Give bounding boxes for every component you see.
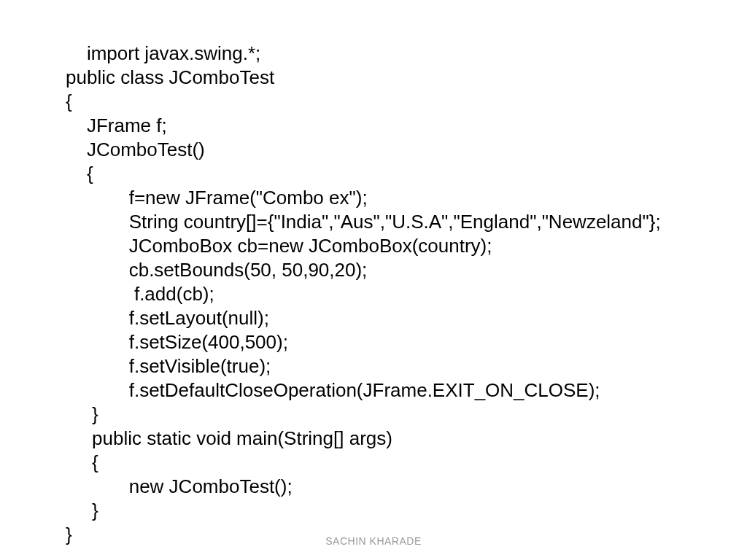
code-line: import javax.swing.*; <box>87 42 260 64</box>
code-line: f.setSize(400,500); <box>66 331 288 353</box>
code-line: { <box>66 163 93 184</box>
code-line: { <box>66 451 98 473</box>
code-line: f.setVisible(true); <box>66 355 271 377</box>
code-line: f.setLayout(null); <box>66 307 269 329</box>
code-line: public static void main(String[] args) <box>66 427 392 449</box>
code-line: public class JComboTest <box>66 66 274 88</box>
code-block: import javax.swing.*; public class JComb… <box>66 18 681 560</box>
code-line: new JComboTest(); <box>66 475 293 497</box>
code-line: f=new JFrame("Combo ex"); <box>66 187 368 209</box>
code-line: cb.setBounds(50, 50,90,20); <box>66 259 367 281</box>
code-line: JComboBox cb=new JComboBox(country); <box>66 235 492 257</box>
footer-author: SACHIN KHARADE <box>0 535 747 547</box>
code-line: JFrame f; <box>66 114 167 136</box>
code-line: { <box>66 90 72 112</box>
code-line: f.add(cb); <box>66 283 214 305</box>
code-line: String country[]={"India","Aus","U.S.A",… <box>66 211 661 233</box>
slide-container: import javax.swing.*; public class JComb… <box>0 0 747 560</box>
code-line: JComboTest() <box>66 139 205 160</box>
code-line: } <box>66 499 98 521</box>
code-line: f.setDefaultCloseOperation(JFrame.EXIT_O… <box>66 379 600 401</box>
code-line: } <box>66 403 98 425</box>
